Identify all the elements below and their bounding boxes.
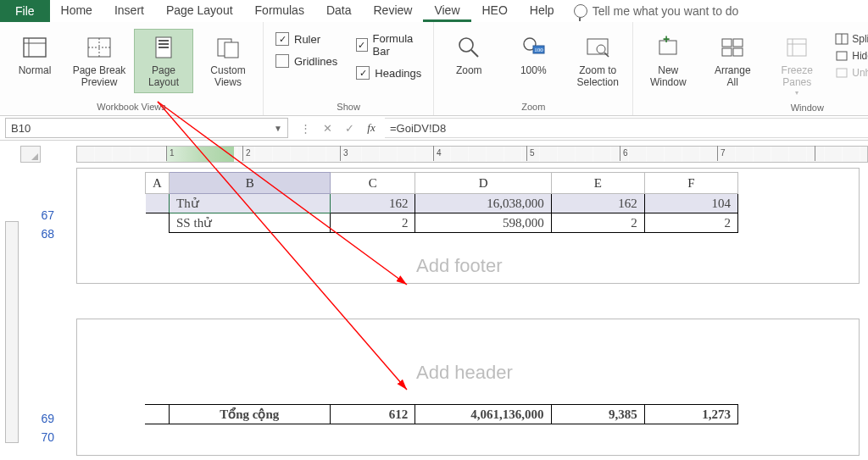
cancel-icon[interactable]: ✕ — [320, 122, 334, 135]
checkbox-ruler[interactable]: Ruler — [275, 32, 337, 46]
enter-icon[interactable]: ✓ — [342, 122, 356, 135]
name-box-value: B10 — [11, 122, 31, 135]
zoom-100-icon: 100 — [519, 33, 548, 62]
table-row: Thử 162 16,038,000 162 104 — [146, 194, 738, 213]
row-header[interactable]: 67 — [25, 208, 59, 222]
svg-rect-11 — [225, 42, 238, 58]
normal-view-button[interactable]: Normal — [5, 29, 64, 81]
split-icon — [835, 32, 849, 46]
cell[interactable]: 4,061,136,000 — [415, 405, 551, 424]
checkbox-icon — [356, 66, 370, 80]
col-header[interactable]: A — [146, 173, 170, 194]
tab-file-label: File — [15, 4, 35, 18]
tab-home[interactable]: Home — [50, 0, 103, 22]
custom-views-button[interactable]: Custom Views — [198, 29, 258, 93]
hide-icon — [835, 49, 849, 63]
cell[interactable]: Tổng cộng — [169, 405, 330, 424]
spreadsheet-grid-top[interactable]: A B C D E F Thử 162 16,038,000 162 104 S… — [145, 172, 738, 233]
normal-view-icon — [20, 33, 49, 62]
tell-me-placeholder: Tell me what you want to do — [593, 4, 739, 18]
ruler-tick: 7 — [717, 146, 726, 161]
group-show: Ruler Gridlines Formula Bar Headings Sho… — [264, 22, 434, 115]
row-header[interactable]: 69 — [25, 412, 59, 425]
ruler-tick: 4 — [433, 146, 442, 161]
cell[interactable]: 598,000 — [415, 213, 551, 233]
cell[interactable]: SS thử — [170, 213, 331, 233]
formula-input[interactable]: =GoiDV!D8 — [385, 118, 868, 138]
menu-bar: File Home Insert Page Layout Formulas Da… — [0, 0, 868, 22]
cell[interactable] — [145, 405, 169, 424]
cell[interactable]: Thử — [170, 194, 331, 213]
checkbox-gridlines[interactable]: Gridlines — [275, 54, 337, 68]
new-window-button[interactable]: + New Window — [638, 29, 698, 93]
tab-insert[interactable]: Insert — [103, 0, 155, 22]
col-header[interactable]: B — [170, 173, 331, 194]
group-label-workbook-views: Workbook Views — [97, 100, 166, 114]
zoom-100-button[interactable]: 100 100% — [504, 29, 563, 81]
name-box[interactable]: B10 ▼ — [5, 118, 288, 138]
ruler-tick: 5 — [526, 146, 535, 161]
cell[interactable] — [146, 213, 170, 233]
group-label-window: Window — [791, 101, 824, 114]
checkbox-formula-bar[interactable]: Formula Bar — [356, 32, 421, 58]
cell[interactable] — [146, 194, 170, 213]
tab-heo[interactable]: HEO — [471, 0, 519, 22]
lightbulb-icon — [574, 4, 587, 18]
cell[interactable]: 2 — [551, 213, 644, 233]
tab-data[interactable]: Data — [315, 0, 363, 22]
group-zoom: Zoom 100 100% Zoom to Selection Zoom — [434, 22, 633, 115]
freeze-panes-button[interactable]: Freeze Panes ▾ — [767, 29, 826, 101]
horizontal-ruler[interactable]: 1 2 3 4 5 6 7 — [76, 146, 868, 163]
col-header[interactable]: F — [644, 173, 737, 194]
col-header[interactable]: C — [331, 173, 415, 194]
dropdown-icon[interactable]: ▼ — [274, 124, 282, 133]
zoom-button[interactable]: Zoom — [439, 29, 498, 81]
col-header[interactable]: D — [415, 173, 551, 194]
spreadsheet-grid-bottom[interactable]: Tổng cộng 612 4,061,136,000 9,385 1,273 — [145, 404, 738, 424]
cell[interactable]: 1,273 — [644, 405, 737, 424]
page-top: A B C D E F Thử 162 16,038,000 162 104 S… — [76, 168, 860, 284]
row-header[interactable]: 68 — [25, 227, 59, 241]
fx-button[interactable]: fx — [364, 121, 378, 135]
checkbox-headings[interactable]: Headings — [356, 66, 421, 80]
svg-rect-31 — [837, 52, 847, 60]
cell[interactable]: 2 — [331, 213, 415, 233]
svg-text:100: 100 — [534, 47, 543, 53]
unhide-icon — [835, 66, 849, 80]
cell[interactable]: 104 — [644, 194, 737, 213]
header-placeholder[interactable]: Add header — [416, 362, 513, 384]
ruler-tick — [815, 146, 818, 161]
tell-me-search[interactable]: Tell me what you want to do — [565, 0, 739, 22]
page-layout-button[interactable]: Page Layout — [134, 29, 193, 93]
page-bottom: Add header Tổng cộng 612 4,061,136,000 9… — [76, 319, 860, 456]
cell[interactable]: 162 — [331, 194, 415, 213]
vertical-ruler[interactable] — [5, 221, 19, 443]
hide-button[interactable]: Hide — [835, 49, 868, 63]
svg-rect-0 — [24, 38, 46, 57]
cell[interactable]: 2 — [644, 213, 737, 233]
ruler-margin-indicator[interactable] — [166, 147, 234, 162]
page-break-preview-button[interactable]: Page Break Preview — [70, 29, 129, 93]
cell[interactable]: 612 — [330, 405, 415, 424]
cell[interactable]: 16,038,000 — [415, 194, 551, 213]
tab-help[interactable]: Help — [519, 0, 565, 22]
select-all-corner[interactable] — [20, 146, 41, 163]
tab-file[interactable]: File — [0, 0, 50, 22]
zoom-to-selection-button[interactable]: Zoom to Selection — [568, 29, 627, 93]
ribbon: Normal Page Break Preview Page Layout Cu… — [0, 22, 868, 116]
footer-placeholder[interactable]: Add footer — [416, 255, 503, 277]
split-button[interactable]: Split — [835, 32, 868, 46]
row-header[interactable]: 70 — [25, 430, 59, 444]
cell[interactable]: 9,385 — [551, 405, 644, 424]
tab-view[interactable]: View — [423, 0, 470, 22]
arrange-all-button[interactable]: Arrange All — [703, 29, 762, 93]
tab-review[interactable]: Review — [363, 0, 424, 22]
cell[interactable]: 162 — [551, 194, 644, 213]
arrange-all-icon — [718, 33, 747, 62]
unhide-button[interactable]: Unhide — [835, 66, 868, 80]
tab-formulas[interactable]: Formulas — [244, 0, 315, 22]
ruler-tick: 3 — [340, 146, 348, 161]
tab-page-layout[interactable]: Page Layout — [155, 0, 244, 22]
col-header[interactable]: E — [551, 173, 644, 194]
page-break-preview-icon — [85, 33, 114, 62]
